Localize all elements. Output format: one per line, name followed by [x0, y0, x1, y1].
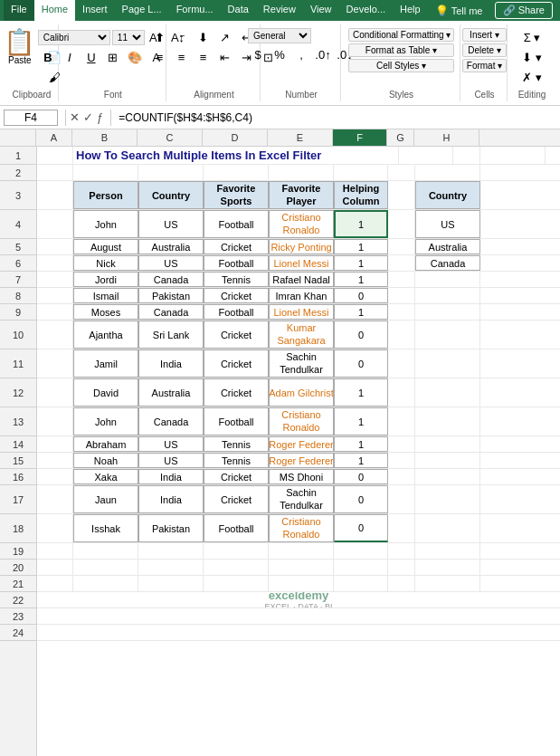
- cell-a18[interactable]: [37, 514, 73, 542]
- cell-f17[interactable]: 0: [334, 485, 388, 513]
- row-header-21[interactable]: 21: [0, 576, 36, 592]
- cell-b14[interactable]: Abraham: [73, 436, 138, 452]
- cell-b10[interactable]: Ajantha: [73, 321, 138, 349]
- cell-b9[interactable]: Moses: [73, 304, 138, 320]
- cell-f1[interactable]: [399, 147, 453, 164]
- cell-a2[interactable]: [37, 165, 73, 180]
- comma-button[interactable]: ,: [291, 45, 311, 63]
- cell-h1[interactable]: [480, 147, 546, 164]
- cell-g8[interactable]: [388, 288, 415, 303]
- cell-g21[interactable]: [388, 576, 415, 591]
- col-header-d[interactable]: D: [203, 129, 268, 146]
- conditional-formatting-button[interactable]: Conditional Formatting ▾: [348, 28, 454, 42]
- cell-f6[interactable]: 1: [334, 255, 388, 271]
- row-header-10[interactable]: 10: [0, 321, 36, 349]
- border-button[interactable]: ⊞: [103, 48, 123, 66]
- cell-g17[interactable]: [388, 485, 415, 513]
- cell-b2[interactable]: [73, 165, 138, 180]
- cell-d11[interactable]: Cricket: [204, 349, 269, 378]
- cell-b11[interactable]: Jamil: [73, 349, 138, 378]
- cell-a1[interactable]: [37, 147, 73, 164]
- tab-file[interactable]: File: [4, 0, 34, 21]
- cell-g16[interactable]: [388, 469, 415, 484]
- col-header-b[interactable]: B: [72, 129, 138, 146]
- cell-d21[interactable]: [204, 576, 269, 591]
- cell-d10[interactable]: Cricket: [204, 321, 269, 349]
- cell-c17[interactable]: India: [138, 485, 204, 513]
- cell-reference-box[interactable]: F4: [4, 110, 58, 126]
- cell-c15[interactable]: US: [138, 453, 204, 468]
- cell-f3[interactable]: Helping Column: [334, 181, 388, 209]
- row-header-9[interactable]: 9: [0, 304, 36, 321]
- cell-f12[interactable]: 1: [334, 378, 388, 407]
- col-header-a[interactable]: A: [36, 129, 72, 146]
- cell-f10[interactable]: 0: [334, 321, 388, 349]
- col-header-f[interactable]: F: [333, 129, 387, 146]
- percent-button[interactable]: %: [270, 45, 289, 63]
- cell-f14[interactable]: 1: [334, 436, 388, 452]
- align-bottom-button[interactable]: ⬇: [193, 28, 213, 46]
- col-header-h[interactable]: H: [414, 129, 479, 146]
- number-format-select[interactable]: General: [248, 28, 311, 43]
- cell-e21[interactable]: [269, 576, 334, 591]
- cell-b16[interactable]: Xaka: [73, 469, 138, 484]
- cell-h11[interactable]: [415, 349, 480, 378]
- cell-h12[interactable]: [415, 378, 480, 407]
- cell-h10[interactable]: [415, 321, 480, 349]
- cell-h9[interactable]: [415, 304, 480, 320]
- row-header-24[interactable]: 24: [0, 625, 36, 641]
- cell-e3[interactable]: Favorite Player: [269, 181, 334, 209]
- cell-c9[interactable]: Canada: [138, 304, 204, 320]
- cell-a14[interactable]: [37, 436, 73, 452]
- cell-e13[interactable]: Cristiano Ronaldo: [269, 407, 334, 435]
- cell-a19[interactable]: [37, 543, 73, 559]
- cell-g2[interactable]: [388, 165, 415, 180]
- cell-a15[interactable]: [37, 453, 73, 468]
- cell-g11[interactable]: [388, 349, 415, 378]
- cell-e16[interactable]: MS Dhoni: [269, 469, 334, 484]
- align-left-button[interactable]: ≡: [149, 48, 169, 66]
- cell-h20[interactable]: [415, 560, 480, 575]
- cell-f16[interactable]: 0: [334, 469, 388, 484]
- cell-h17[interactable]: [415, 485, 480, 513]
- cell-e18[interactable]: Cristiano Ronaldo: [269, 514, 334, 542]
- cell-a21[interactable]: [37, 576, 73, 591]
- row-header-23[interactable]: 23: [0, 608, 36, 625]
- cell-f20[interactable]: [334, 560, 388, 575]
- cell-c20[interactable]: [138, 560, 204, 575]
- cell-e15[interactable]: Roger Federer: [269, 453, 334, 468]
- cell-h14[interactable]: [415, 436, 480, 452]
- cell-b17[interactable]: Jaun: [73, 485, 138, 513]
- cell-d12[interactable]: Cricket: [204, 378, 269, 407]
- cell-h16[interactable]: [415, 469, 480, 484]
- cell-e11[interactable]: Sachin Tendulkar: [269, 349, 334, 378]
- cell-b13[interactable]: John: [73, 407, 138, 435]
- cell-a5[interactable]: [37, 239, 73, 254]
- cell-d6[interactable]: Football: [204, 255, 269, 271]
- align-right-button[interactable]: ≡: [193, 48, 213, 66]
- indent-decrease-button[interactable]: ⇤: [214, 48, 234, 66]
- cell-f5[interactable]: 1: [334, 239, 388, 254]
- format-as-table-button[interactable]: Format as Table ▾: [348, 43, 454, 57]
- cell-b4[interactable]: John: [73, 210, 138, 238]
- cell-h5[interactable]: Australia: [415, 239, 480, 254]
- share-button[interactable]: 🔗 Share: [495, 2, 553, 19]
- cell-a16[interactable]: [37, 469, 73, 484]
- cell-b8[interactable]: Ismail: [73, 288, 138, 303]
- cell-a9[interactable]: [37, 304, 73, 320]
- cell-c18[interactable]: Pakistan: [138, 514, 204, 542]
- cell-h13[interactable]: [415, 407, 480, 435]
- cell-b20[interactable]: [73, 560, 138, 575]
- cell-e5[interactable]: Ricky Ponting: [269, 239, 334, 254]
- cell-h8[interactable]: [415, 288, 480, 303]
- cell-e17[interactable]: Sachin Tendulkar: [269, 485, 334, 513]
- cell-b5[interactable]: August: [73, 239, 138, 254]
- cell-f19[interactable]: [334, 543, 388, 559]
- cell-d18[interactable]: Football: [204, 514, 269, 542]
- cell-g9[interactable]: [388, 304, 415, 320]
- cell-c3[interactable]: Country: [138, 181, 204, 209]
- cell-d8[interactable]: Cricket: [204, 288, 269, 303]
- cell-d3[interactable]: Favorite Sports: [204, 181, 269, 209]
- cell-d19[interactable]: [204, 543, 269, 559]
- currency-button[interactable]: $: [248, 45, 268, 63]
